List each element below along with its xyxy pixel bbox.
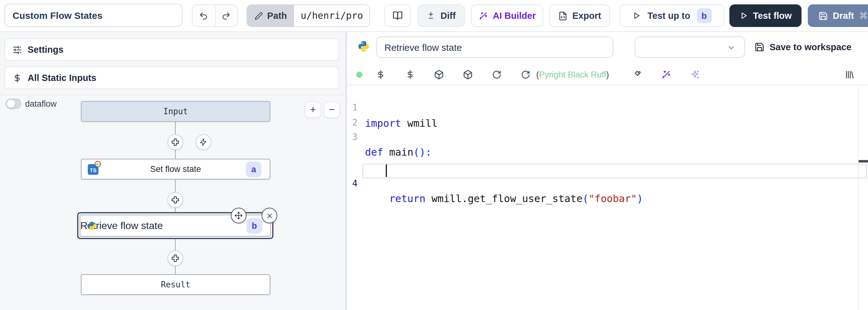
- node-label: Set flow state: [82, 164, 270, 174]
- test-flow-label: Test flow: [753, 11, 792, 21]
- zoom-in-button[interactable]: +: [305, 102, 321, 118]
- line-number: 3: [347, 132, 358, 142]
- delete-node-button[interactable]: [261, 208, 277, 223]
- test-up-to-step-badge: b: [696, 8, 712, 23]
- step-name-input[interactable]: [376, 36, 613, 58]
- dollar-icon: [12, 73, 22, 83]
- save-icon: [818, 11, 828, 20]
- reload-button[interactable]: [492, 69, 501, 79]
- paintbrush-icon: [631, 69, 641, 79]
- trigger-button[interactable]: [196, 134, 211, 150]
- reload-button[interactable]: [521, 69, 530, 79]
- file-code-icon: [558, 11, 567, 20]
- dollar-icon: [376, 69, 385, 79]
- path-value[interactable]: u/henri/pro: [294, 5, 369, 26]
- dataflow-label: dataflow: [25, 99, 57, 109]
- flow-sidebar: Settings All Static Inputs dataflow + − …: [0, 32, 346, 310]
- rotate-cw-icon: [521, 69, 530, 79]
- library-button[interactable]: [845, 69, 855, 79]
- workspace-script-select[interactable]: [635, 36, 745, 58]
- dollar-icon: [405, 69, 415, 79]
- python-icon: [87, 221, 97, 231]
- package-button[interactable]: [463, 69, 473, 79]
- test-up-to-button[interactable]: Test up to b: [620, 4, 724, 27]
- wand-sparkles-icon: [661, 69, 671, 79]
- path-group: Path u/henri/pro: [246, 4, 370, 27]
- redo-icon: [222, 11, 231, 20]
- ai-builder-label: AI Builder: [493, 11, 536, 21]
- move-node-button[interactable]: [231, 208, 246, 223]
- node-step-badge: b: [246, 218, 262, 233]
- test-up-to-label: Test up to: [648, 11, 690, 21]
- all-static-inputs-button[interactable]: All Static Inputs: [4, 66, 339, 89]
- path-button[interactable]: Path: [247, 5, 294, 26]
- flow-node-input[interactable]: Input: [81, 101, 270, 121]
- add-step-button[interactable]: [167, 134, 183, 150]
- draft-save-button[interactable]: Draft ⌘S: [808, 4, 868, 27]
- diff-icon: [427, 11, 436, 20]
- code-line-text: return wmill.get_flow_user_state("foobar…: [365, 193, 643, 204]
- ai-builder-button[interactable]: AI Builder: [471, 4, 543, 27]
- add-step-button[interactable]: [167, 250, 183, 266]
- sliders-icon: [12, 45, 22, 54]
- ai-edit-button[interactable]: [661, 69, 671, 79]
- lint-status: (Pyright Black Ruff): [536, 69, 609, 79]
- undo-redo-group: [192, 4, 238, 27]
- all-static-inputs-label: All Static Inputs: [28, 73, 96, 83]
- dataflow-toggle[interactable]: [6, 98, 21, 109]
- save-to-workspace-label: Save to workspace: [770, 42, 851, 52]
- assets-button[interactable]: [376, 69, 385, 79]
- diff-button[interactable]: Diff: [418, 4, 465, 27]
- export-button[interactable]: Export: [549, 4, 610, 27]
- redo-button[interactable]: [215, 5, 237, 26]
- path-label: Path: [267, 11, 287, 21]
- book-open-icon: [393, 11, 403, 21]
- play-icon: [739, 11, 748, 20]
- draft-shortcut: ⌘S: [859, 11, 868, 21]
- flow-node-result[interactable]: Result: [81, 274, 270, 295]
- export-label: Export: [572, 11, 601, 21]
- code-editor[interactable]: 1 import wmill 2 3 def main(): 4 return …: [347, 86, 868, 310]
- package-icon: [463, 69, 473, 79]
- zoom-out-button[interactable]: −: [323, 102, 340, 118]
- sparkles-icon: [690, 69, 700, 79]
- step-editor-panel: Save to workspace (Pyright Black: [347, 32, 868, 310]
- library-icon: [845, 69, 855, 79]
- format-button[interactable]: [631, 69, 641, 79]
- pencil-icon: [255, 11, 263, 20]
- ai-suggest-button[interactable]: [690, 69, 700, 79]
- editor-toolbar: (Pyright Black Ruff): [347, 64, 868, 85]
- node-label: Result: [82, 280, 270, 289]
- overview-ruler[interactable]: [858, 86, 859, 310]
- text-cursor: [386, 164, 386, 177]
- settings-label: Settings: [28, 45, 63, 55]
- undo-button[interactable]: [192, 5, 215, 26]
- plus-icon: [170, 253, 180, 263]
- code-line-text: def main():: [365, 146, 432, 158]
- test-flow-button[interactable]: Test flow: [730, 4, 802, 27]
- node-label: Input: [82, 106, 270, 116]
- chevron-down-icon: [727, 43, 736, 52]
- add-step-button[interactable]: [167, 192, 183, 207]
- plus-icon: [170, 137, 180, 146]
- play-icon: [632, 11, 641, 20]
- move-icon: [235, 212, 243, 220]
- top-toolbar: Path u/henri/pro Diff AI Builder Export …: [0, 0, 868, 32]
- graph-divider: [0, 95, 346, 95]
- plus-icon: [170, 195, 180, 204]
- flow-node-set-flow-state[interactable]: TS Set flow state a: [81, 159, 270, 179]
- draft-label: Draft: [833, 11, 854, 21]
- package-button[interactable]: [434, 69, 444, 79]
- settings-button[interactable]: Settings: [4, 38, 339, 61]
- diff-label: Diff: [441, 11, 456, 21]
- variables-button[interactable]: [405, 69, 415, 79]
- rotate-cw-icon: [492, 69, 501, 79]
- zap-icon: [199, 138, 208, 146]
- lsp-status-dot: [356, 71, 363, 78]
- wand-sparkles-icon: [478, 11, 488, 20]
- lint-tools-label: Pyright Black Ruff: [539, 69, 606, 79]
- docs-button[interactable]: [384, 4, 411, 27]
- save-to-workspace-button[interactable]: Save to workspace: [754, 36, 851, 58]
- overview-cursor-marker: [858, 160, 868, 163]
- flow-title-input[interactable]: [4, 4, 183, 27]
